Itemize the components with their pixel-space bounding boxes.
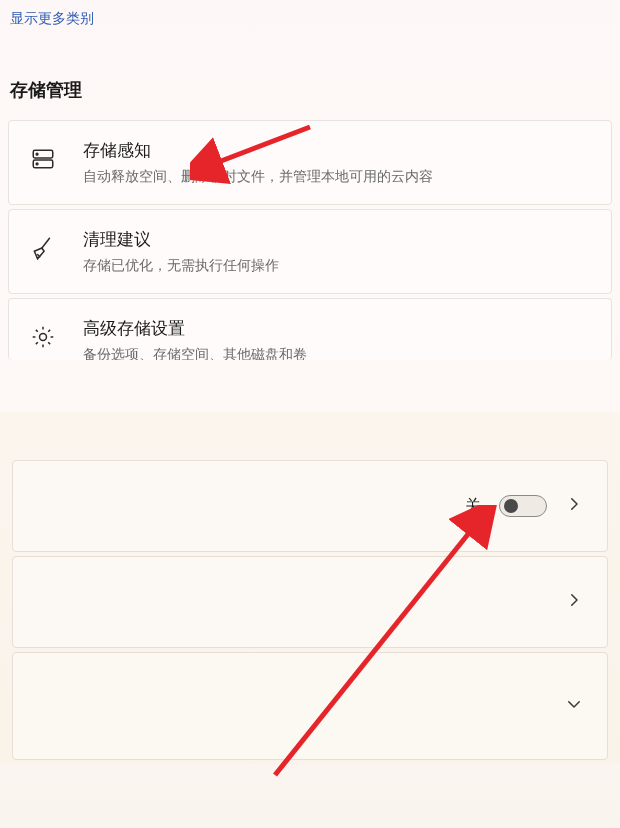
storage-sense-title: 存储感知 <box>83 139 433 162</box>
toggle-switch[interactable] <box>499 495 547 517</box>
chevron-right-icon <box>565 591 583 613</box>
cleanup-recommendations-row[interactable]: 清理建议 存储已优化，无需执行任何操作 <box>8 209 612 294</box>
cleanup-title: 清理建议 <box>83 228 279 251</box>
advanced-title: 高级存储设置 <box>83 317 307 340</box>
storage-icon <box>27 143 59 175</box>
storage-management-heading: 存储管理 <box>0 38 620 120</box>
broom-icon <box>27 232 59 264</box>
toggle-off-label: 关 <box>465 496 481 517</box>
svg-point-2 <box>36 153 38 155</box>
svg-point-6 <box>40 334 47 341</box>
storage-sense-row[interactable]: 存储感知 自动释放空间、删除临时文件，并管理本地可用的云内容 <box>8 120 612 205</box>
settings-panel-toggle-row[interactable]: 关 <box>12 460 608 552</box>
advanced-subtitle: 备份选项、存储空间、其他磁盘和卷 <box>83 346 307 360</box>
settings-panel-dropdown-row[interactable] <box>12 652 608 760</box>
storage-sense-subtitle: 自动释放空间、删除临时文件，并管理本地可用的云内容 <box>83 168 433 186</box>
svg-point-3 <box>36 163 38 165</box>
advanced-storage-settings-row[interactable]: 高级存储设置 备份选项、存储空间、其他磁盘和卷 <box>8 298 612 360</box>
svg-line-4 <box>42 238 50 248</box>
show-more-categories-link[interactable]: 显示更多类别 <box>0 0 104 38</box>
gear-icon <box>27 321 59 353</box>
cleanup-subtitle: 存储已优化，无需执行任何操作 <box>83 257 279 275</box>
svg-line-5 <box>38 255 40 257</box>
chevron-right-icon <box>565 495 583 517</box>
settings-panel-expand-row[interactable] <box>12 556 608 648</box>
chevron-down-icon <box>565 695 583 717</box>
